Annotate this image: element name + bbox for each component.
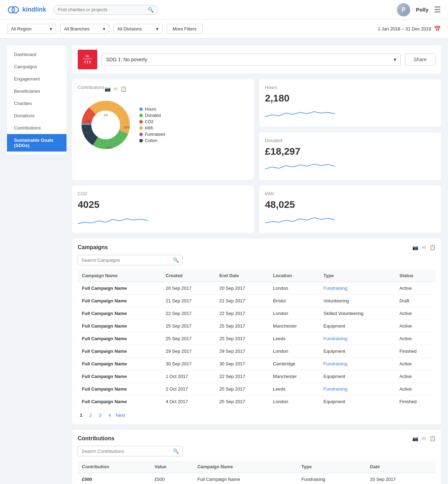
sidebar-item-engagement[interactable]: Engagement [7,73,66,85]
cell-location: Leeds [269,383,319,395]
kwh-value: 48,025 [265,199,435,210]
share-button[interactable]: Share [405,54,435,65]
cell-created: 25 Sep 2017 [161,320,215,332]
svg-text:POVERTY: POVERTY [83,58,92,60]
page-1[interactable]: 1 [78,412,84,419]
cell-campaign-name: Full Campaign Name [78,307,161,320]
cell-status: Active [395,383,435,395]
cell-location: Manchester [269,320,319,332]
cell-location: London [269,395,319,408]
legend-item-co2: CO2 [139,119,165,124]
svg-text:28%: 28% [106,146,112,149]
search-input[interactable] [58,7,146,12]
divisions-filter[interactable]: All Divisions ▾ [113,24,162,34]
contributions-table-body: £500 £500 Full Campaign Name Fundraising… [78,473,435,484]
cell-type: Skilled Volunteering [319,307,395,320]
calendar-icon[interactable]: 📅 [434,26,441,32]
search-icon[interactable]: 🔍 [173,448,179,454]
email-icon[interactable]: ✉ [422,245,426,250]
table-row: Full Campaign Name 20 Sep 2017 20 Sep 20… [78,282,435,295]
sidebar-item-charities[interactable]: Charities [7,97,66,110]
table-row: Full Campaign Name 4 Oct 2017 25 Sep 201… [78,395,435,408]
campaigns-search[interactable]: 🔍 [78,255,183,265]
col-type: Type [319,269,395,282]
camera-icon[interactable]: 📷 [412,245,418,250]
email-icon[interactable]: ✉ [113,86,118,92]
contributions-search-input[interactable] [82,449,173,454]
donated-sparkline [265,159,335,173]
sidebar-item-campaigns[interactable]: Campaigns [7,61,66,73]
cell-type: Fundraising [319,383,395,395]
col-contribution: Contribution [78,461,150,473]
logo: kindlink [7,3,46,16]
camera-icon[interactable]: 📷 [105,86,111,92]
sidebar: Dashboard Campaigns Engagement Beneficia… [7,45,66,154]
cell-value: £500 [150,473,193,484]
page-4[interactable]: 4 [106,412,113,419]
page-3[interactable]: 3 [97,412,103,419]
header-right: P Polly ☰ [397,3,441,16]
cell-campaign-name: Full Campaign Name [78,370,161,383]
table-row: £500 £500 Full Campaign Name Fundraising… [78,473,435,484]
sidebar-item-sdgs[interactable]: Sustainable Goals (SDGs) [7,134,66,152]
sidebar-item-donations[interactable]: Donations [7,110,66,122]
email-icon[interactable]: ✉ [422,436,426,441]
more-filters-button[interactable]: More Filters [167,24,203,34]
cell-type: Equipment [319,345,395,358]
user-name: Polly [416,7,428,13]
cell-end-date: 25 Sep 2017 [215,332,269,345]
next-button[interactable]: Next [116,413,125,418]
table-row: Full Campaign Name 1 Oct 2017 22 Sep 201… [78,370,435,383]
hours-sparkline [265,106,335,120]
contributions-card-header: Contributions 📷 ✉ 📋 [78,85,248,93]
copy-icon[interactable]: 📋 [120,86,126,92]
cell-type: Fundraising [297,473,366,484]
donated-value: £18,297 [265,146,435,157]
kwh-card: kWh 48,025 [259,185,441,233]
sidebar-item-beneficiaries[interactable]: Beneficiaries [7,85,66,97]
hamburger-icon[interactable]: ☰ [434,5,441,14]
camera-icon[interactable]: 📷 [412,436,418,441]
col-campaign-name: Campaign Name [78,269,161,282]
cell-location: London [269,307,319,320]
cell-campaign-name: Full Campaign Name [78,395,161,408]
campaigns-search-input[interactable] [82,258,173,263]
hours-value: 2,180 [265,93,435,104]
search-bar[interactable]: 🔍 [53,5,158,15]
donut-chart: 1% 12% 43% 28% 35% [78,97,134,153]
legend-dot-donated [139,114,143,117]
contributions-table-header: Contribution Value Campaign Name Type Da… [78,461,435,473]
campaigns-section-icons: 📷 ✉ 📋 [412,245,435,250]
legend-dot-kwh [139,126,143,130]
avatar: P [397,3,410,16]
sdg-select[interactable]: SDG 1: No poverty ▾ [102,54,401,65]
cell-end-date: 29 Sep 2017 [215,345,269,358]
cell-status: Active [395,358,435,370]
cell-created: 4 Oct 2017 [161,395,215,408]
sdg-bar: NO POVERTY SDG 1: No poverty ▾ Share [72,45,441,73]
branches-filter[interactable]: All Branches ▾ [60,24,109,34]
contributions-section-icons: 📷 ✉ 📋 [412,436,435,441]
sidebar-item-dashboard[interactable]: Dashboard [7,48,66,61]
sidebar-item-contributions[interactable]: Contributions [7,122,66,134]
search-icon[interactable]: 🔍 [148,7,154,13]
cell-date: 20 Sep 2017 [366,473,435,484]
copy-icon[interactable]: 📋 [429,245,435,250]
cell-campaign-name: Full Campaign Name [78,383,161,395]
contributions-section: Contributions 📷 ✉ 📋 🔍 Contribution Value… [72,430,441,484]
campaigns-pagination: 1 2 3 4 Next [78,408,435,419]
search-icon[interactable]: 🔍 [173,257,179,263]
svg-point-7 [87,61,88,62]
col-date: Date [366,461,435,473]
copy-icon[interactable]: 📋 [429,436,435,441]
contributions-search[interactable]: 🔍 [78,446,183,456]
legend-dot-cotton [139,139,143,142]
cell-status: Active [395,307,435,320]
chevron-down-icon: ▾ [394,57,396,62]
page-2[interactable]: 2 [87,412,94,419]
region-filter[interactable]: All Region ▾ [7,24,56,34]
cell-created: 22 Sep 2017 [161,307,215,320]
cell-campaign-name: Full Campaign Name [78,320,161,332]
chevron-down-icon: ▾ [103,26,105,31]
table-row: Full Campaign Name 21 Sep 2017 21 Sep 20… [78,295,435,307]
